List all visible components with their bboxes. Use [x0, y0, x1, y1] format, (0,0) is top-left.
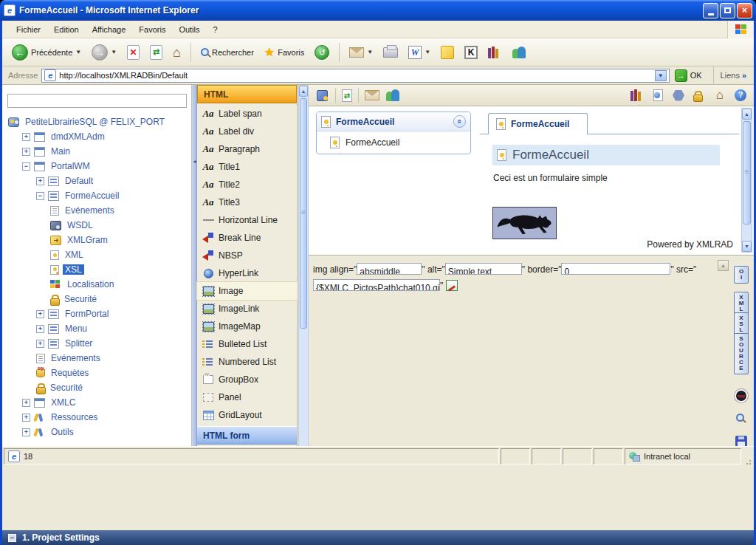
edit-property-icon[interactable] [446, 280, 458, 291]
k-tool-button[interactable]: K [461, 44, 481, 61]
props-scroll-up-icon[interactable]: ▲ [718, 260, 729, 271]
preview-scrollbar[interactable]: ▲ ▼ [741, 108, 752, 253]
lock-icon[interactable] [692, 89, 707, 102]
refresh-page-icon[interactable]: ⇄ [342, 89, 352, 102]
palette-item-bulleted-list[interactable]: Bulleted List [197, 335, 297, 353]
address-url[interactable]: http://localhost/XMLRADBin/Default [59, 71, 651, 80]
menu-favoris[interactable]: Favoris [132, 23, 172, 36]
history-button[interactable]: ↺ [311, 43, 333, 62]
palette-item-imagelink[interactable]: ImageLink [197, 300, 297, 318]
tree-item-label[interactable]: XML [63, 250, 86, 260]
close-button[interactable]: × [737, 3, 752, 18]
messenger-icon[interactable] [385, 89, 400, 102]
scroll-down-icon[interactable]: ▼ [742, 241, 752, 252]
tree-search-input[interactable] [7, 94, 187, 108]
tree-item-label[interactable]: Main [49, 146, 72, 157]
expand-icon[interactable]: + [36, 340, 44, 348]
package-icon[interactable] [315, 89, 329, 102]
back-dropdown-icon[interactable]: ▼ [75, 49, 81, 55]
favorites-button[interactable]: ★ Favoris [261, 43, 308, 61]
minimize-button[interactable] [703, 3, 718, 18]
tree-item-ev-nements[interactable]: Evénements [2, 203, 191, 218]
menu-edition[interactable]: Edition [47, 23, 86, 36]
scroll-thumb[interactable] [743, 121, 751, 224]
tree-item-default[interactable]: +Default [2, 174, 191, 188]
spy-icon[interactable]: spy [735, 389, 748, 402]
home-button[interactable]: ⌂ [169, 43, 185, 62]
palette-item-horizontal-line[interactable]: Horizontal Line [197, 211, 297, 229]
palette-item-hyperlink[interactable]: HyperLink [197, 264, 297, 282]
menu-help[interactable]: ? [207, 23, 224, 36]
tree-item-splitter[interactable]: +Splitter [2, 336, 191, 351]
tree-item-menu[interactable]: +Menu [2, 321, 191, 336]
outline-item-formeaccueil[interactable]: FormeAccueil [317, 131, 470, 154]
tree-item-label[interactable]: Outils [49, 427, 76, 437]
src-value-input[interactable]: {$XMLC_PictosPath}chat010.gif [313, 279, 440, 291]
links-chevron-icon[interactable]: » [742, 71, 746, 80]
tree-splitter[interactable]: ◄ [192, 85, 197, 466]
expand-icon[interactable]: + [22, 428, 30, 436]
tree-item-requ-tes[interactable]: Requètes [2, 366, 191, 380]
links-button[interactable]: Liens » [721, 71, 751, 80]
hexagon-icon[interactable] [671, 89, 686, 102]
oi-button[interactable]: O I [734, 266, 749, 284]
collapse-minus-icon[interactable]: − [8, 534, 16, 542]
source-button[interactable]: S O U R C E [734, 333, 749, 374]
palette-item-break-line[interactable]: Break Line [197, 229, 297, 247]
tree-item-xsl[interactable]: XSL [2, 262, 191, 277]
tree-item-label[interactable]: WSDL [65, 220, 95, 230]
menu-outils[interactable]: Outils [172, 23, 206, 36]
tree-item-xml[interactable]: XML [2, 247, 191, 262]
refresh-button[interactable]: ⇄ [146, 43, 166, 62]
tree-item-xmlgram[interactable]: XMLGram [2, 233, 191, 247]
tree-item-label[interactable]: PortalWM [49, 161, 92, 171]
collapse-icon[interactable]: − [36, 192, 44, 200]
palette-item-numbered-list[interactable]: Numbered List [197, 353, 297, 371]
tree-item-label[interactable]: XSL [63, 264, 84, 275]
collapse-left-icon[interactable]: ◄ [192, 159, 197, 164]
home-icon[interactable]: ⌂ [712, 89, 727, 102]
print-button[interactable] [379, 45, 402, 60]
scroll-thumb[interactable] [300, 98, 307, 329]
align-value-input[interactable]: absmiddle [357, 263, 422, 275]
expand-icon[interactable]: + [22, 399, 30, 407]
tree-item-label[interactable]: XMLGram [65, 235, 110, 245]
palette-item-panel[interactable]: Panel [197, 388, 297, 406]
palette-item-title1[interactable]: AaTitle1 [197, 158, 297, 176]
forward-dropdown-icon[interactable]: ▼ [111, 49, 117, 55]
save-icon[interactable] [735, 436, 747, 447]
tree-item-ressources[interactable]: +Ressources [2, 410, 191, 425]
palette-item-title2[interactable]: AaTitle2 [197, 176, 297, 193]
palette-item-label-span[interactable]: AaLabel span [197, 105, 297, 123]
note-button[interactable] [437, 44, 458, 61]
tree-item-securit-[interactable]: Securité [2, 292, 191, 306]
tab-formeaccueil[interactable]: FormeAccueil [488, 113, 588, 134]
search-button[interactable]: Rechercher [197, 46, 258, 59]
palette-scrollbar[interactable]: ▲ ▼ [298, 85, 309, 466]
word-dropdown-icon[interactable]: ▼ [425, 49, 430, 55]
palette-group-html-form[interactable]: HTML form [197, 426, 297, 445]
mail-button[interactable]: ▼ [346, 45, 377, 60]
palette-item-gridlayout[interactable]: GridLayout [197, 406, 297, 424]
tree-item-label[interactable]: FormPortal [63, 309, 111, 319]
border-value-input[interactable]: 0 [561, 263, 670, 275]
tree-item-label[interactable]: Default [63, 176, 95, 186]
tree-item-label[interactable]: Ressources [49, 412, 100, 422]
library-button[interactable] [484, 44, 505, 61]
palette-item-label-div[interactable]: AaLabel div [197, 123, 297, 140]
tree-item-wsdl[interactable]: WSDL [2, 218, 191, 233]
tree-item-petitelibrairiesql-felix-port[interactable]: PetiteLibrairieSQL @ FELIX_PORT [2, 114, 191, 129]
maximize-button[interactable] [720, 3, 735, 18]
library-icon[interactable] [630, 89, 645, 102]
messenger-button[interactable] [508, 44, 530, 61]
tree-item-securit-[interactable]: Securité [2, 380, 191, 395]
mail-icon[interactable] [365, 89, 379, 102]
tree-item-formeaccueil[interactable]: −FormeAccueil [2, 188, 191, 203]
tree-item-outils[interactable]: +Outils [2, 425, 191, 439]
address-input[interactable]: e http://localhost/XMLRADBin/Default ▼ [41, 69, 669, 83]
expand-icon[interactable]: + [36, 325, 44, 333]
tree-item-label[interactable]: Evénements [49, 353, 103, 363]
project-settings-bar[interactable]: − 1. Project Settings [2, 530, 754, 545]
title-bar[interactable]: e FormeAccueil - Microsoft Internet Expl… [0, 0, 756, 21]
tree-item-label[interactable]: dmdXMLAdm [49, 131, 107, 142]
